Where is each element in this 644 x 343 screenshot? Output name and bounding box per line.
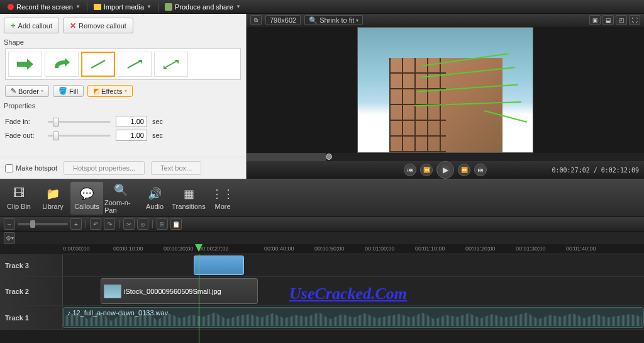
fade-out-input[interactable] (116, 130, 147, 141)
record-label: Record the screen (16, 3, 73, 11)
chevron-down-icon: ▾ (41, 88, 43, 94)
separator (158, 3, 158, 11)
fill-button[interactable]: 🪣 Fill (53, 85, 84, 97)
svg-line-1 (128, 61, 140, 68)
fade-out-slider[interactable] (48, 130, 111, 141)
preview-scrubber[interactable] (247, 153, 644, 161)
make-hotspot-checkbox[interactable]: Make hotspot (5, 164, 57, 172)
border-button[interactable]: ✎ Border ▾ (5, 85, 49, 97)
sec-unit: sec (152, 118, 163, 125)
playhead[interactable] (199, 254, 199, 343)
split-button[interactable]: ⎋ (137, 218, 148, 230)
track-1: Track 1 ♪ 12_full_a-new-dawn_0133.wav (0, 306, 644, 330)
add-callout-button[interactable]: + Add callout (4, 18, 59, 33)
callouts-icon: 💬 (79, 186, 94, 201)
plus-icon: + (11, 21, 16, 30)
chevron-down-icon: ▾ (125, 88, 127, 94)
library-icon: 📁 (45, 186, 60, 201)
tab-library[interactable]: 📁Library (36, 182, 69, 215)
preview-pane: ⧉ 798x602 🔍 Shrink to fit ▾ ▣ ⬓ ◰ ⛶ (247, 14, 644, 179)
undo-button[interactable]: ↶ (90, 218, 101, 230)
paste-button[interactable]: 📋 (170, 218, 182, 230)
image-clip[interactable]: iStock_000009560509Small.jpg (101, 278, 258, 304)
sec-unit: sec (152, 132, 163, 139)
cut-button[interactable]: ✂ (123, 218, 135, 230)
next-marker-button[interactable]: ⏭ (474, 164, 487, 176)
preview-zoom-dropdown[interactable]: 🔍 Shrink to fit ▾ (304, 15, 363, 25)
effects-label: Effects (101, 87, 122, 95)
add-callout-label: Add callout (18, 22, 52, 30)
effects-button[interactable]: ◩ Effects ▾ (87, 85, 132, 97)
preview-tool-3[interactable]: ◰ (616, 15, 627, 25)
preview-dimensions: 798x602 (265, 15, 301, 25)
preview-canvas[interactable] (247, 27, 644, 153)
playback-controls: ⏮ ⏪ ▶ ⏩ ⏭ 0:00:27;02 / 0:02:12;09 (247, 161, 644, 179)
make-hotspot-label: Make hotspot (16, 164, 57, 172)
shape-line-arrow[interactable] (118, 52, 152, 77)
import-media-menu[interactable]: Import media ▼ (90, 2, 155, 12)
preview-detach-button[interactable]: ⧉ (250, 15, 262, 25)
forward-button[interactable]: ⏩ (458, 164, 470, 176)
track-1-label[interactable]: Track 1 (0, 306, 63, 329)
timeline-zoom-out-button[interactable]: − (4, 218, 15, 230)
shape-arrow-curved[interactable] (45, 52, 79, 77)
tab-clip-bin[interactable]: 🎞Clip Bin (3, 182, 35, 215)
preview-tool-2[interactable]: ⬓ (602, 15, 614, 25)
rewind-button[interactable]: ⏪ (420, 164, 433, 176)
chevron-down-icon: ▾ (356, 18, 358, 23)
tab-transitions[interactable]: ▦Transitions (172, 182, 205, 215)
timeline-zoom-in-button[interactable]: + (70, 218, 82, 230)
clip-bin-icon: 🎞 (11, 186, 26, 201)
fade-in-label: Fade in: (5, 118, 43, 125)
svg-line-2 (165, 61, 177, 67)
record-screen-menu[interactable]: Record the screen ▼ (4, 2, 84, 12)
preview-tool-1[interactable]: ▣ (589, 15, 601, 25)
timeline-zoom-slider[interactable] (18, 223, 68, 225)
produce-label: Produce and share (175, 3, 233, 11)
audio-filename: 12_full_a-new-dawn_0133.wav (73, 309, 169, 317)
fade-in-slider[interactable] (48, 116, 111, 127)
remove-callout-button[interactable]: ✕ Remove callout (63, 18, 133, 33)
clip-filename: iStock_000009560509Small.jpg (124, 288, 221, 295)
audio-clip[interactable]: ♪ 12_full_a-new-dawn_0133.wav (63, 307, 644, 328)
track-2-label[interactable]: Track 2 (0, 277, 63, 305)
timeline: ⚙▾ 0:00:00;0000:00:10;0000:00:20;0000:00… (0, 232, 644, 343)
ruler-tick: 00:00:20;00 (164, 245, 194, 252)
tab-zoom-n-pan[interactable]: 🔍Zoom-n-Pan (104, 182, 137, 215)
tab-callouts[interactable]: 💬Callouts (70, 182, 103, 215)
play-button[interactable]: ▶ (436, 161, 454, 179)
shape-line-diagonal[interactable] (81, 52, 115, 77)
copy-button[interactable]: ⎘ (157, 218, 168, 230)
timeline-ruler[interactable]: 0:00:00;0000:00:10;0000:00:20;0000:00:27… (63, 244, 644, 254)
timeline-options-button[interactable]: ⚙▾ (4, 232, 15, 244)
track-2-content[interactable]: iStock_000009560509Small.jpg (63, 277, 644, 305)
text-box-button[interactable]: Text box... (151, 161, 201, 175)
hotspot-properties-button[interactable]: Hotspot properties... (64, 161, 145, 175)
chevron-down-icon: ▼ (147, 4, 152, 9)
folder-icon (94, 4, 101, 10)
chevron-down-icon: ▼ (236, 4, 241, 9)
tab-label: Callouts (74, 203, 99, 210)
track-3-content[interactable] (63, 254, 644, 276)
shape-arrow-thick[interactable] (8, 52, 42, 77)
ruler-tick: 00:00:10;00 (113, 245, 143, 252)
tab-label: Library (42, 203, 64, 210)
track-1-content[interactable]: ♪ 12_full_a-new-dawn_0133.wav (63, 306, 644, 329)
ruler-tick: 0:00:00;00 (63, 245, 90, 252)
preview-image (357, 27, 533, 153)
prev-marker-button[interactable]: ⏮ (404, 164, 416, 176)
shape-line-double-arrow[interactable] (154, 52, 188, 77)
remove-callout-label: Remove callout (79, 22, 126, 30)
preview-fullscreen-button[interactable]: ⛶ (629, 15, 640, 25)
redo-button[interactable]: ↷ (104, 218, 115, 230)
tab-audio[interactable]: 🔊Audio (138, 182, 171, 215)
callout-clip[interactable] (194, 256, 244, 275)
separator (87, 3, 87, 11)
share-icon (165, 3, 172, 11)
preview-toolbar: ⧉ 798x602 🔍 Shrink to fit ▾ ▣ ⬓ ◰ ⛶ (247, 14, 644, 27)
produce-share-menu[interactable]: Produce and share ▼ (161, 2, 245, 12)
fade-in-input[interactable] (116, 116, 147, 127)
track-3-label[interactable]: Track 3 (0, 254, 63, 276)
effects-icon: ◩ (93, 87, 99, 95)
tab-more[interactable]: ⋮⋮More (206, 182, 239, 215)
